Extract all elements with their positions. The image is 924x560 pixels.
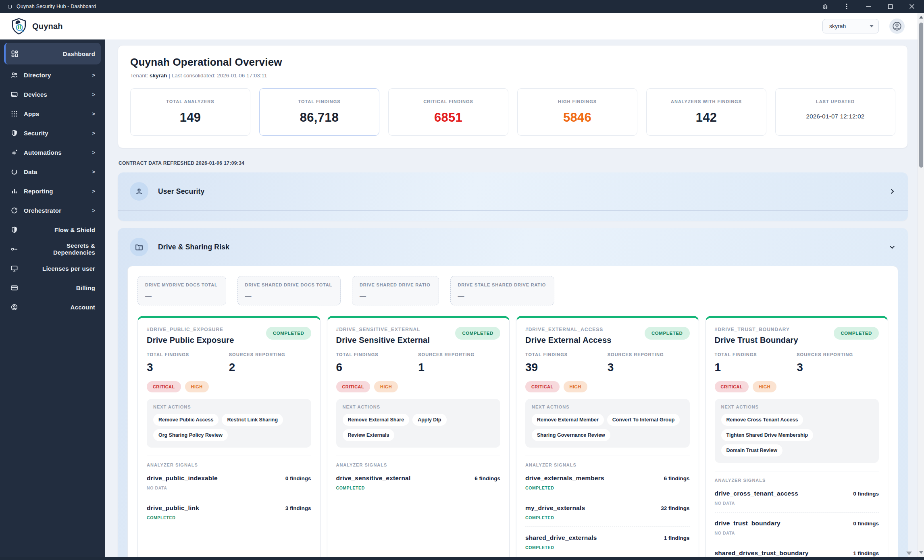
- sources-reporting-label: SOURCES REPORTING: [229, 352, 311, 357]
- action-pill[interactable]: Remove External Member: [532, 414, 604, 426]
- stat-last-updated[interactable]: LAST UPDATED 2026-01-07 12:12:02: [775, 88, 895, 136]
- divider: [715, 471, 879, 471]
- sidebar-item-secrets-dependencies[interactable]: Secrets & Dependencies: [4, 239, 101, 259]
- menu-kebab-button[interactable]: [839, 1, 855, 12]
- sidebar-item-flow-shield[interactable]: Flow & Shield: [4, 220, 101, 239]
- drive-sharing-section: Drive & Sharing Risk DRIVE MYDRIVE DOCS …: [118, 228, 908, 560]
- analyzer-signals-label: ANALYZER SIGNALS: [525, 463, 690, 467]
- sidebar-item-label: Apps: [24, 110, 86, 117]
- gear-sparkle-icon: [10, 149, 18, 156]
- scrollbar-thumb[interactable]: [919, 23, 923, 168]
- chevron-down-icon: [870, 25, 874, 27]
- next-actions-label: NEXT ACTIONS: [153, 404, 305, 409]
- next-actions-label: NEXT ACTIONS: [721, 404, 873, 409]
- chevron-right-icon[interactable]: [889, 188, 896, 195]
- sidebar-item-account[interactable]: Account: [4, 297, 101, 317]
- next-actions-box: NEXT ACTIONS Remove External Share Apply…: [336, 399, 501, 448]
- metric-value: —: [245, 292, 333, 300]
- sources-reporting-value: 3: [608, 361, 690, 374]
- sources-reporting-label: SOURCES REPORTING: [797, 352, 879, 357]
- metric-mydrive-docs-total: DRIVE MYDRIVE DOCS TOTAL —: [137, 276, 226, 305]
- action-pill[interactable]: Org Sharing Policy Review: [153, 429, 228, 441]
- signal-row: my_drive_externals 32 findings COMPLETED: [525, 504, 690, 520]
- stat-total-findings[interactable]: TOTAL FINDINGS 86,718: [259, 88, 379, 136]
- analyzer-title: Drive Trust Boundary: [715, 336, 798, 345]
- vertical-scrollbar[interactable]: [918, 13, 924, 557]
- next-actions-label: NEXT ACTIONS: [343, 404, 494, 409]
- action-pill[interactable]: Remove External Share: [343, 414, 410, 426]
- sources-reporting-value: 1: [418, 361, 500, 374]
- analyzer-card-drive-external-access: #DRIVE_EXTERNAL_ACCESS Drive External Ac…: [516, 316, 699, 560]
- next-actions-box: NEXT ACTIONS Remove External Member Conv…: [525, 399, 690, 448]
- scrollbar-up-arrow-icon[interactable]: [919, 16, 923, 19]
- signal-name: drive_sensitive_external: [336, 475, 411, 482]
- divider: [525, 456, 690, 456]
- section-title: User Security: [158, 187, 204, 196]
- stat-label: CRITICAL FINDINGS: [423, 99, 473, 104]
- chevron-right-icon: >: [92, 188, 95, 194]
- maximize-icon: [888, 4, 893, 9]
- chevron-down-icon[interactable]: [889, 243, 896, 251]
- signal-findings: 1 findings: [853, 550, 879, 556]
- action-pill[interactable]: Domain Trust Review: [721, 444, 782, 456]
- sidebar-item-label: Billing: [24, 284, 95, 291]
- sidebar-item-label: Devices: [24, 91, 86, 98]
- sources-reporting-label: SOURCES REPORTING: [608, 352, 690, 357]
- severity-badge-critical: CRITICAL: [147, 381, 181, 392]
- action-pill[interactable]: Remove Public Access: [153, 414, 219, 426]
- signal-findings: 0 findings: [853, 491, 879, 497]
- sidebar-item-directory[interactable]: Directory >: [4, 65, 101, 85]
- minimize-icon: [866, 4, 871, 9]
- minimize-button[interactable]: [860, 1, 876, 12]
- scrollbar-down-arrow-icon[interactable]: [919, 551, 923, 554]
- stat-analyzers-with-findings[interactable]: ANALYZERS WITH FINDINGS 142: [646, 88, 766, 136]
- action-pill[interactable]: Remove Cross Tenant Access: [721, 414, 803, 426]
- action-pill[interactable]: Sharing Governance Review: [532, 429, 610, 441]
- action-pill[interactable]: Review Externals: [343, 429, 395, 441]
- sidebar-item-billing[interactable]: Billing: [4, 278, 101, 297]
- signal-name: shared_drive_externals: [525, 534, 597, 541]
- sidebar-item-reporting[interactable]: Reporting >: [4, 181, 101, 201]
- extensions-button[interactable]: [817, 1, 833, 12]
- apps-grid-icon: [10, 110, 18, 118]
- sidebar-item-automations[interactable]: Automations >: [4, 143, 101, 162]
- contract-refresh-note: CONTRACT DATA REFRESHED 2026-01-06 17:09…: [119, 160, 908, 166]
- maximize-button[interactable]: [882, 1, 898, 12]
- sidebar-item-devices[interactable]: Devices >: [4, 85, 101, 104]
- sidebar-item-orchestrator[interactable]: Orchestrator >: [4, 201, 101, 220]
- user-security-header[interactable]: User Security: [118, 172, 908, 210]
- tenant-select[interactable]: skyrah: [822, 19, 879, 33]
- shield-icon: [10, 129, 18, 137]
- severity-badge-critical: CRITICAL: [525, 381, 560, 392]
- status-badge: COMPLETED: [834, 327, 879, 340]
- stat-critical-findings[interactable]: CRITICAL FINDINGS 6851: [388, 88, 508, 136]
- signal-row: drive_public_indexable 0 findings NO DAT…: [147, 475, 311, 490]
- sidebar-item-apps[interactable]: Apps >: [4, 104, 101, 123]
- user-security-body: [118, 210, 908, 221]
- stat-high-findings[interactable]: HIGH FINDINGS 5846: [517, 88, 637, 136]
- dashed-divider: [147, 497, 311, 497]
- sources-reporting-value: 2: [229, 361, 311, 374]
- analyzer-title: Drive External Access: [525, 336, 612, 345]
- signal-status: COMPLETED: [147, 515, 311, 520]
- action-pill[interactable]: Tighten Shared Drive Membership: [721, 429, 814, 441]
- signal-status: NO DATA: [715, 531, 879, 535]
- sidebar-item-licenses[interactable]: Licenses per user: [4, 259, 101, 278]
- action-pill[interactable]: Restrict Link Sharing: [222, 414, 283, 426]
- metric-shared-drive-docs-total: DRIVE SHARED DRIVE DOCS TOTAL —: [237, 276, 341, 305]
- action-pill[interactable]: Apply Dlp: [412, 414, 446, 426]
- analyzer-tag: #DRIVE_EXTERNAL_ACCESS: [525, 327, 612, 332]
- close-button[interactable]: [904, 1, 920, 12]
- metric-shared-drive-ratio: DRIVE SHARED DRIVE RATIO —: [352, 276, 439, 305]
- action-pill[interactable]: Convert To Internal Group: [607, 414, 680, 426]
- severity-badge-critical: CRITICAL: [336, 381, 370, 392]
- user-avatar[interactable]: [889, 19, 905, 34]
- drive-sharing-header[interactable]: Drive & Sharing Risk: [118, 228, 908, 266]
- signal-row: drive_trust_boundary 0 findings NO DATA: [715, 520, 879, 535]
- stat-total-analyzers[interactable]: TOTAL ANALYZERS 149: [130, 88, 250, 136]
- sidebar-item-data[interactable]: Data >: [4, 162, 101, 181]
- window-titlebar: Quynah Security Hub - Dashboard: [0, 0, 924, 13]
- sidebar-item-dashboard[interactable]: Dashboard: [4, 43, 101, 64]
- sidebar-item-security[interactable]: Security >: [4, 123, 101, 143]
- signal-name: drive_public_link: [147, 504, 199, 512]
